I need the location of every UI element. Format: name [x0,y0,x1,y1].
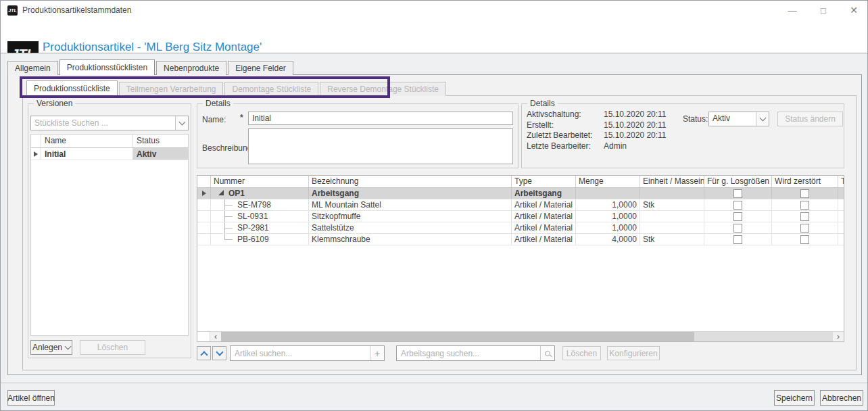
col-losgroessen[interactable]: Für g. Losgrößen [704,176,772,187]
arbeitsgang-search-box[interactable] [396,345,555,361]
chevron-down-icon [216,348,223,356]
zerstoert-checkbox[interactable] [800,189,809,198]
stueckliste-search-combo[interactable] [30,116,189,130]
details-meta-title: Details [527,99,558,108]
meta-label: Zuletzt Bearbeitet: [527,130,604,141]
name-field[interactable] [248,112,513,125]
status-select[interactable]: Aktiv [708,112,769,126]
status-label: Status: [683,114,708,124]
col-einheit[interactable]: Einheit / Massein... [640,176,704,187]
bezeichnung-cell: Arbeitsgang [309,188,512,199]
horizontal-scrollbar[interactable]: ‹ › [197,331,844,341]
artikel-search-box[interactable] [230,345,385,361]
search-icon [545,351,550,356]
anlegen-button[interactable]: Anlegen [30,340,72,355]
meta-row: Letzte Bearbeiter: Admin [527,141,667,152]
table-row[interactable]: SE-M798 ML Mountain Sattel Artikel / Mat… [197,199,844,211]
te-cell [838,234,844,245]
type-cell: Artikel / Material [512,211,576,222]
versionen-status-header: Status [133,135,188,147]
meta-label: Letzte Bearbeiter: [527,141,604,152]
stueckliste-search-dropdown-button[interactable] [175,116,188,130]
abbrechen-button[interactable]: Abbrechen [820,390,863,406]
einheit-cell [640,222,704,233]
type-cell: Artikel / Material [512,199,576,210]
tab-eigene-felder[interactable]: Eigene Felder [228,61,293,75]
col-type[interactable]: Type [512,176,576,187]
tab-produktionsstueckliste[interactable]: Produktionsstückliste [26,80,118,96]
losgroessen-checkbox[interactable] [733,224,742,233]
einheit-cell: Stk [640,234,704,245]
app-window: JTL Produktionsartikelstammdaten — □ ✕ J… [0,0,868,411]
col-zerstoert[interactable]: Wird zerstört [772,176,838,187]
bezeichnung-cell: Klemmschraube [309,234,512,245]
minimize-icon: — [788,5,797,16]
maximize-button[interactable]: □ [813,1,834,20]
name-label: Name: [202,115,226,124]
bezeichnung-cell: ML Mountain Sattel [309,199,512,210]
col-bezeichnung[interactable]: Bezeichnung [309,176,512,187]
page-header: JTL Produktionsartikel - 'ML Berg Sitz M… [1,20,868,53]
row-selector-cell [197,234,211,245]
tab-produktionsstuecklisten[interactable]: Produktionsstücklisten [59,59,155,75]
col-nummer[interactable]: Nummer [211,176,309,187]
row-selector-cell [197,211,211,222]
table-row[interactable]: SP-2981 Sattelstütze Artikel / Material … [197,222,844,234]
stueckliste-search-input[interactable] [31,116,175,130]
losgroessen-checkbox[interactable] [733,189,742,198]
zerstoert-checkbox[interactable] [800,235,809,244]
scrollbar-thumb[interactable] [221,332,694,341]
scroll-left-button[interactable]: ‹ [210,332,221,341]
tab-nebenprodukte[interactable]: Nebenprodukte [156,61,226,75]
tree-line [224,199,234,210]
row-marker-icon [202,191,206,196]
table-row[interactable]: OP1 Arbeitsgang Arbeitsgang [197,188,844,199]
beschreibung-field[interactable] [248,128,513,164]
losgroessen-cell [704,222,772,233]
nummer-text: SP-2981 [237,223,269,233]
zerstoert-checkbox[interactable] [800,212,809,221]
zerstoert-checkbox[interactable] [800,224,809,233]
losgroessen-checkbox[interactable] [733,212,742,221]
artikel-search-input[interactable] [231,346,370,360]
version-name-cell: Initial [41,148,133,160]
meta-label: Erstellt: [527,120,604,131]
losgroessen-checkbox[interactable] [733,201,742,210]
meta-value: Admin [604,141,627,152]
bom-loeschen-button: Löschen [562,346,601,360]
close-button[interactable]: ✕ [844,1,864,20]
losgroessen-checkbox[interactable] [733,235,742,244]
scrollbar-corner [197,332,210,341]
version-loeschen-button: Löschen [80,340,145,355]
einheit-cell: Stk [640,199,704,210]
search-button[interactable] [540,346,554,360]
tree-expand-icon[interactable] [218,190,224,195]
scroll-right-button[interactable]: › [833,332,844,341]
status-dropdown-button[interactable] [756,112,769,126]
arbeitsgang-search-input[interactable] [397,346,540,360]
tree-line [224,234,234,240]
scrollbar-track[interactable] [694,332,833,341]
move-down-button[interactable] [212,346,226,360]
bom-grid: Nummer Bezeichnung Type Menge Einheit / … [197,175,844,342]
add-artikel-button[interactable] [370,346,384,360]
row-selector-cell [31,148,41,160]
menge-cell: 1,0000 [576,199,640,210]
te-cell [838,199,844,210]
table-row[interactable]: SL-0931 Sitzkopfmuffe Artikel / Material… [197,211,844,222]
speichern-button[interactable]: Speichern [774,390,815,406]
table-row[interactable]: PB-6109 Klemmschraube Artikel / Material… [197,234,844,245]
zerstoert-checkbox[interactable] [800,201,809,210]
col-te[interactable]: Te [838,176,844,187]
inner-tabstrip: Produktionsstückliste Teilmengen Verarbe… [26,80,448,96]
versionen-row[interactable]: Initial Aktiv [31,148,188,160]
nummer-text: OP1 [228,189,245,198]
col-menge[interactable]: Menge [576,176,640,187]
bottom-bar [1,383,868,411]
minimize-button[interactable]: — [782,1,802,20]
tab-allgemein[interactable]: Allgemein [7,61,58,75]
tab-teilmengen-verarbeitung: Teilmengen Verarbeitung [119,82,224,96]
artikel-oeffnen-button[interactable]: Artikel öffnen [7,390,55,406]
meta-row: Aktivschaltung: 15.10.2020 20:11 [527,110,667,120]
move-up-button[interactable] [197,346,211,360]
